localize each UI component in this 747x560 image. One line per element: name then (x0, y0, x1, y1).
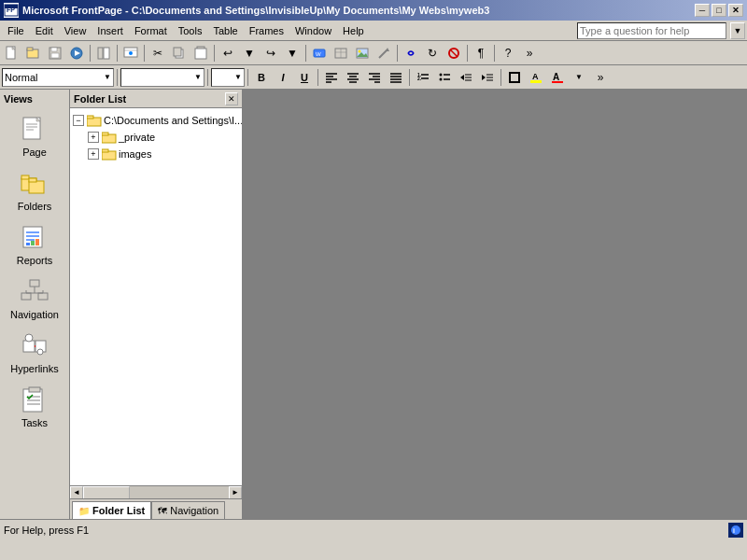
svg-text:A: A (532, 72, 539, 81)
svg-point-16 (129, 51, 133, 55)
menu-insert[interactable]: Insert (92, 21, 129, 40)
svg-rect-99 (29, 387, 40, 392)
increase-indent-button[interactable] (477, 67, 498, 88)
main-container: Views Page (0, 90, 747, 519)
folder-list-tab[interactable]: 📁 Folder List (72, 501, 151, 519)
outside-borders-button[interactable] (504, 67, 525, 88)
tasks-view-icon (20, 385, 49, 415)
svg-rect-88 (38, 293, 48, 300)
save-button[interactable] (45, 43, 65, 63)
decrease-indent-button[interactable] (456, 67, 476, 88)
font-dropdown[interactable]: ▼ (120, 68, 204, 87)
help-arrow-button[interactable]: ▼ (730, 22, 745, 39)
view-item-tasks[interactable]: Tasks (3, 381, 66, 433)
undo-button[interactable]: ↩ (218, 43, 238, 63)
more-buttons[interactable]: » (519, 43, 540, 63)
underline-button[interactable]: U (294, 67, 315, 88)
menu-tools[interactable]: Tools (173, 21, 208, 40)
toggle-pane-button[interactable] (93, 43, 114, 63)
help-search-box: ▼ (577, 22, 745, 39)
menu-frames[interactable]: Frames (244, 21, 289, 40)
svg-rect-12 (98, 48, 103, 59)
preview-button[interactable] (120, 43, 141, 63)
svg-text:i: i (733, 527, 735, 534)
help-button[interactable]: ? (498, 43, 518, 63)
fmt-separator-6 (500, 69, 501, 86)
images-folder-label: images (119, 148, 151, 160)
align-right-button[interactable] (364, 67, 385, 88)
images-expand[interactable]: + (88, 148, 99, 160)
cut-button[interactable]: ✂ (148, 43, 168, 63)
toolbar-separator-3 (144, 45, 145, 62)
tree-images-item[interactable]: + images (70, 146, 242, 162)
paste-button[interactable] (190, 43, 211, 63)
menu-help[interactable]: Help (337, 21, 370, 40)
bold-button[interactable]: B (251, 67, 272, 88)
insert-picture-button[interactable] (352, 43, 373, 63)
ordered-list-button[interactable]: 1.2. (413, 67, 433, 88)
copy-button[interactable] (169, 43, 190, 63)
close-button[interactable]: ✕ (728, 4, 743, 17)
publish-button[interactable] (66, 43, 87, 63)
folder-close-button[interactable]: ✕ (225, 92, 238, 105)
page-view-icon (20, 115, 49, 145)
redo-button[interactable]: ↪ (261, 43, 281, 63)
root-expand[interactable]: − (73, 115, 84, 126)
menu-file[interactable]: File (2, 21, 30, 40)
undo-dropdown-button[interactable]: ▼ (239, 43, 260, 63)
new-button[interactable] (2, 43, 22, 63)
align-left-button[interactable] (321, 67, 342, 88)
scroll-left-button[interactable]: ◄ (70, 486, 83, 499)
svg-point-97 (37, 349, 43, 355)
font-color-arrow[interactable]: ▼ (569, 67, 589, 88)
italic-button[interactable]: I (273, 67, 293, 88)
drawing-button[interactable] (374, 43, 394, 63)
private-folder-icon (102, 131, 117, 144)
help-search-input[interactable] (577, 22, 726, 39)
toolbar-separator-8 (494, 45, 495, 62)
highlight-button[interactable]: A (526, 67, 546, 88)
align-center-button[interactable] (343, 67, 363, 88)
open-button[interactable] (23, 43, 44, 63)
view-item-hyperlinks[interactable]: Hyperlinks (3, 327, 66, 379)
scroll-track (83, 486, 229, 499)
navigation-tab[interactable]: 🗺 Navigation (151, 501, 225, 519)
maximize-button[interactable]: □ (712, 4, 726, 17)
scroll-thumb[interactable] (83, 486, 130, 499)
tree-private-item[interactable]: + _private (70, 129, 242, 146)
fontsize-dropdown[interactable]: ▼ (211, 68, 245, 87)
insert-hyperlink-button[interactable] (401, 43, 421, 63)
menu-table[interactable]: Table (207, 21, 243, 40)
tree-root-item[interactable]: − C:\Documents and Settings\I... (70, 112, 242, 129)
view-item-navigation[interactable]: Navigation (3, 273, 66, 325)
private-folder-label: _private (119, 132, 155, 143)
view-item-page[interactable]: Page (3, 110, 66, 162)
font-color-button[interactable]: A (547, 67, 568, 88)
menu-edit[interactable]: Edit (30, 21, 59, 40)
menu-format[interactable]: Format (129, 21, 173, 40)
fmt-separator-3 (247, 69, 248, 86)
unordered-list-button[interactable] (434, 67, 455, 88)
views-panel: Views Page (0, 90, 70, 519)
insert-table-button[interactable] (331, 43, 351, 63)
web-component-button[interactable]: W (309, 43, 330, 63)
private-expand[interactable]: + (88, 132, 99, 143)
justify-button[interactable] (386, 67, 406, 88)
svg-rect-65 (510, 73, 519, 82)
menu-view[interactable]: View (59, 21, 92, 40)
more-format-buttons[interactable]: » (590, 67, 611, 88)
menu-window[interactable]: Window (289, 21, 337, 40)
view-item-folders[interactable]: Folders (3, 164, 66, 217)
bottom-tabs: 📁 Folder List 🗺 Navigation (70, 498, 242, 519)
view-item-reports[interactable]: Reports (3, 218, 66, 271)
show-paragraph-button[interactable]: ¶ (471, 43, 491, 63)
redo-dropdown-button[interactable]: ▼ (282, 43, 303, 63)
window-title: Microsoft FrontPage - C:\Documents and S… (22, 5, 489, 16)
minimize-button[interactable]: ─ (695, 4, 710, 17)
refresh-button[interactable]: ↻ (422, 43, 443, 63)
scroll-right-button[interactable]: ► (229, 486, 242, 499)
title-controls: ─ □ ✕ (695, 4, 743, 17)
svg-rect-69 (552, 81, 563, 83)
stop-button[interactable] (444, 43, 464, 63)
style-dropdown[interactable]: Normal ▼ (2, 68, 114, 87)
